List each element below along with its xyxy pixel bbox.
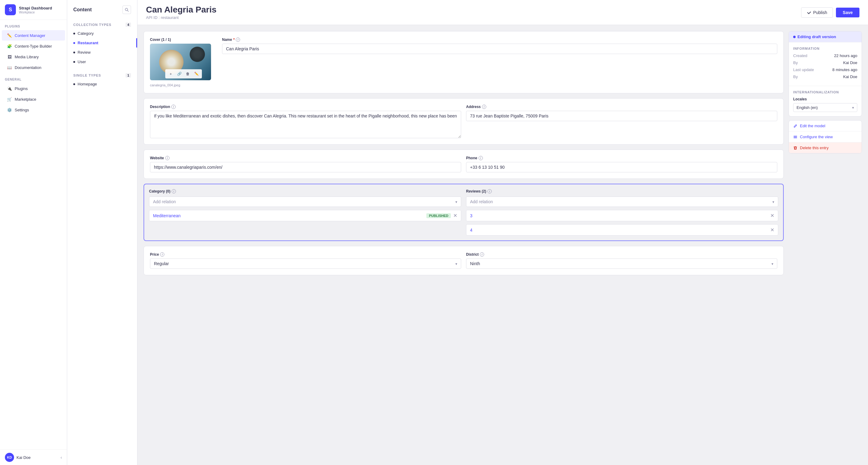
reviews-label: Reviews (2) i xyxy=(466,189,778,194)
review-item-3-remove-button[interactable]: ✕ xyxy=(770,213,774,219)
sidebar-item-content-type-builder[interactable]: 🧩 Content-Type Builder xyxy=(2,41,65,51)
left-nav: Content Collection Types 4 Category Rest… xyxy=(67,0,137,465)
description-info-icon: i xyxy=(171,105,176,109)
by2-value: Kai Doe xyxy=(843,74,857,79)
sidebar-footer: KD Kai Doe ‹ xyxy=(0,450,67,465)
name-label: Name * i xyxy=(222,37,777,42)
sidebar-item-marketplace[interactable]: 🛒 Marketplace xyxy=(2,94,65,104)
collapse-sidebar-icon[interactable]: ‹ xyxy=(60,455,62,460)
actions-card: Edit the model Configure the view Delete… xyxy=(788,120,862,154)
category-add-relation-select[interactable]: Add relation xyxy=(149,197,461,207)
sidebar-header: S Strapi Dashboard Workplace xyxy=(0,0,67,20)
review-item-name-4[interactable]: 4 xyxy=(470,228,472,232)
main-header: Can Alegria Paris API ID : restaurant Pu… xyxy=(137,0,868,25)
sidebar-item-documentation[interactable]: 📖 Documentation xyxy=(2,62,65,73)
nav-item-restaurant[interactable]: Restaurant xyxy=(67,38,137,47)
relations-section: Category (0) i Add relation Mediterranea… xyxy=(144,184,784,241)
nav-item-homepage[interactable]: Homepage xyxy=(67,79,137,89)
cover-section: Cover (1 / 1) ＋ 🔗 🗑 ✏️ canalegria_004.jp… xyxy=(150,37,217,87)
pencil-icon: ✏️ xyxy=(7,33,12,38)
website-input[interactable] xyxy=(150,162,461,172)
right-sidebar: Editing draft version Information Create… xyxy=(788,31,862,459)
collection-types-header: Collection Types 4 xyxy=(67,20,137,29)
draft-text: Editing draft version xyxy=(798,34,836,39)
district-chevron-icon xyxy=(772,261,773,266)
cover-name-card: Cover (1 / 1) ＋ 🔗 🗑 ✏️ canalegria_004.jp… xyxy=(144,31,784,93)
sidebar-item-media-library[interactable]: 🖼 Media Library xyxy=(2,52,65,62)
reviews-relation-group: Reviews (2) i Add relation 3 ✕ 4 xyxy=(466,189,778,236)
book-icon: 📖 xyxy=(7,65,12,70)
gear-icon: ⚙️ xyxy=(7,107,12,112)
reviews-info-icon: i xyxy=(488,189,492,194)
by-label: By xyxy=(793,60,798,65)
by-row: By Kai Doe xyxy=(793,60,857,65)
district-label: District i xyxy=(466,252,777,257)
delete-entry-button[interactable]: Delete this entry xyxy=(789,142,862,153)
price-label: Price i xyxy=(150,252,461,257)
price-select[interactable]: Regular xyxy=(150,259,461,269)
sidebar-item-label: Documentation xyxy=(15,65,41,70)
nav-dot-icon xyxy=(73,42,75,44)
sidebar-item-content-manager[interactable]: ✏️ Content Manager xyxy=(2,30,65,41)
cover-link-button[interactable]: 🔗 xyxy=(176,70,183,77)
nav-item-category[interactable]: Category xyxy=(67,29,137,38)
plug-icon: 🔌 xyxy=(7,86,12,91)
price-group: Price i Regular xyxy=(150,252,461,269)
address-input[interactable] xyxy=(466,111,777,121)
sidebar-item-settings[interactable]: ⚙️ Settings xyxy=(2,105,65,115)
locales-label: Locales xyxy=(793,97,857,101)
created-label: Created xyxy=(793,54,807,58)
by2-label: By xyxy=(793,74,798,79)
phone-label: Phone i xyxy=(466,156,777,160)
left-nav-title: Content xyxy=(73,7,92,12)
plugins-section-label: Plugins xyxy=(0,20,67,30)
nav-item-user[interactable]: User xyxy=(67,57,137,67)
reviews-add-relation-select[interactable]: Add relation xyxy=(466,197,778,207)
locale-chevron-icon xyxy=(852,105,854,110)
cover-actions: ＋ 🔗 🗑 ✏️ xyxy=(165,69,202,78)
configure-view-button[interactable]: Configure the view xyxy=(789,132,862,142)
review-item-4: 4 ✕ xyxy=(466,224,778,236)
category-item-remove-button[interactable]: ✕ xyxy=(453,213,457,219)
sidebar-item-plugins[interactable]: 🔌 Plugins xyxy=(2,83,65,94)
phone-input[interactable] xyxy=(466,162,777,172)
description-textarea[interactable]: If you like Mediterranean and exotic dis… xyxy=(150,111,461,138)
publish-button[interactable]: Publish xyxy=(801,7,833,18)
title-area: Can Alegria Paris API ID : restaurant xyxy=(146,5,217,20)
name-input[interactable] xyxy=(222,44,777,54)
sidebar-item-label: Content Manager xyxy=(15,33,45,38)
description-address-card: Description i If you like Mediterranean … xyxy=(144,98,784,145)
left-nav-search-button[interactable] xyxy=(122,5,131,14)
header-actions: Publish Save xyxy=(801,7,860,18)
save-button[interactable]: Save xyxy=(836,8,860,18)
relations-row: Category (0) i Add relation Mediterranea… xyxy=(149,189,778,236)
cover-name-row: Cover (1 / 1) ＋ 🔗 🗑 ✏️ canalegria_004.jp… xyxy=(150,37,777,87)
website-group: Website i xyxy=(150,156,461,172)
cart-icon: 🛒 xyxy=(7,96,12,102)
single-types-header: Single Types 1 xyxy=(67,70,137,79)
svg-line-1 xyxy=(128,11,129,11)
district-select[interactable]: Ninth xyxy=(466,259,777,269)
edit-model-button[interactable]: Edit the model xyxy=(789,121,862,132)
price-district-row: Price i Regular District i xyxy=(150,252,777,269)
price-district-card: Price i Regular District i xyxy=(144,246,784,275)
user-name: Kai Doe xyxy=(17,455,31,460)
draft-dot-icon xyxy=(793,36,796,38)
cover-edit-button[interactable]: ✏️ xyxy=(193,70,200,77)
description-address-row: Description i If you like Mediterranean … xyxy=(150,105,777,138)
cover-add-button[interactable]: ＋ xyxy=(167,70,175,77)
review-item-4-remove-button[interactable]: ✕ xyxy=(770,227,774,233)
by2-row: By Kai Doe xyxy=(793,74,857,79)
website-info-icon: i xyxy=(165,156,169,160)
cover-delete-button[interactable]: 🗑 xyxy=(184,70,191,77)
category-item-mediterranean: Mediterranean PUBLISHED ✕ xyxy=(149,210,461,221)
app-logo: S xyxy=(5,4,16,15)
nav-item-review[interactable]: Review xyxy=(67,47,137,57)
content-area: Cover (1 / 1) ＋ 🔗 🗑 ✏️ canalegria_004.jp… xyxy=(137,25,868,465)
locale-select[interactable]: English (en) xyxy=(793,103,857,112)
pencil-icon xyxy=(793,124,798,128)
name-info-icon: i xyxy=(236,37,240,42)
review-item-name-3[interactable]: 3 xyxy=(470,213,472,218)
category-item-name[interactable]: Mediterranean xyxy=(153,213,181,218)
sidebar-item-label: Settings xyxy=(15,108,29,112)
